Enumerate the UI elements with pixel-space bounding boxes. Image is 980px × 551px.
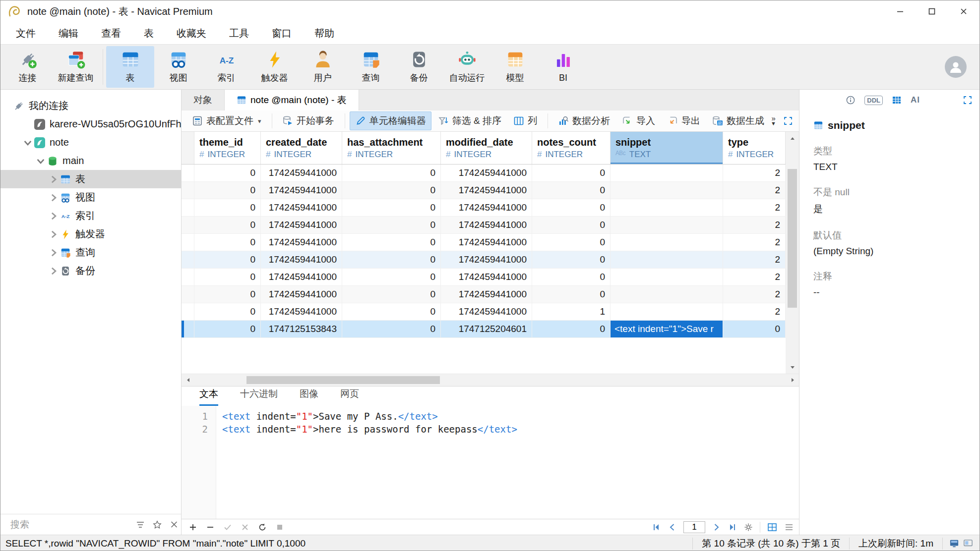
row-selector-cell[interactable]	[182, 303, 194, 320]
cell-snippet[interactable]	[611, 251, 723, 268]
toolbar-button-new-query[interactable]: 新建查询	[52, 46, 100, 88]
expand-panel-icon[interactable]	[963, 95, 973, 105]
user-avatar[interactable]	[945, 56, 967, 78]
toolbar-button-query[interactable]: 查询	[347, 46, 395, 88]
code-line[interactable]: <text indent="1">Save my P Ass.</text>	[222, 410, 799, 423]
chevron-down-icon[interactable]	[35, 156, 46, 166]
scroll-down-arrow[interactable]	[786, 360, 799, 374]
cell-has_attachment[interactable]: 0	[342, 251, 441, 268]
form-view-icon[interactable]	[784, 522, 794, 532]
cell-theme_id[interactable]: 0	[194, 217, 261, 233]
row-selector-cell[interactable]	[182, 286, 194, 303]
table-toolbar-transaction[interactable]: 开始事务	[277, 111, 340, 130]
minimize-button[interactable]	[884, 0, 916, 22]
menu-item-3[interactable]: 表	[132, 22, 165, 44]
cell-has_attachment[interactable]: 0	[342, 269, 441, 285]
cell-type[interactable]: 2	[723, 286, 786, 303]
cell-modified_date[interactable]: 1742459441000	[441, 286, 532, 303]
table-row[interactable]: 017424594410000174245944100002	[182, 217, 786, 234]
cell-theme_id[interactable]: 0	[194, 303, 261, 320]
cell-theme_id[interactable]: 0	[194, 321, 261, 337]
cell-has_attachment[interactable]: 0	[342, 321, 441, 337]
cell-type[interactable]: 2	[723, 217, 786, 233]
cell-has_attachment[interactable]: 0	[342, 286, 441, 303]
table-row[interactable]: 017424594410000174245944100002	[182, 269, 786, 286]
hscroll-track[interactable]	[195, 374, 786, 386]
add-record-icon[interactable]	[188, 523, 197, 532]
toolbar-button-trigger[interactable]: 触发器	[250, 46, 299, 88]
table-toolbar-filter-sort[interactable]: 筛选 & 排序	[432, 111, 507, 130]
editor-tab-0[interactable]: 文本	[199, 387, 218, 406]
row-selector-cell[interactable]	[182, 269, 194, 285]
toolbar-button-automation[interactable]: 自动运行	[443, 46, 491, 88]
table-row[interactable]: 017424594410000174245944100002	[182, 286, 786, 303]
cell-notes_count[interactable]: 1	[532, 303, 611, 320]
scroll-left-arrow[interactable]	[182, 374, 195, 386]
table-row[interactable]: 017424594410000174245944100002	[182, 182, 786, 199]
cell-snippet[interactable]	[611, 234, 723, 251]
cell-has_attachment[interactable]: 0	[342, 234, 441, 251]
cell-notes_count[interactable]: 0	[532, 217, 611, 233]
cell-notes_count[interactable]: 0	[532, 199, 611, 216]
sidebar-item-4[interactable]: 视图	[0, 188, 181, 207]
hscroll-thumb[interactable]	[246, 376, 440, 384]
cell-notes_count[interactable]: 0	[532, 165, 611, 181]
menu-item-7[interactable]: 帮助	[303, 22, 346, 44]
column-header-snippet[interactable]: snippetᴬᴮᶜTEXT	[611, 132, 723, 164]
ai-tab[interactable]: AI	[911, 95, 920, 105]
cell-type[interactable]: 2	[723, 251, 786, 268]
row-selector-cell[interactable]	[182, 251, 194, 268]
sidebar-item-7[interactable]: 查询	[0, 243, 181, 262]
cell-created_date[interactable]: 1742459441000	[261, 286, 342, 303]
next-page-icon[interactable]	[712, 523, 721, 532]
row-selector-cell[interactable]	[182, 234, 194, 251]
fullscreen-icon[interactable]	[783, 116, 793, 126]
cell-modified_date[interactable]: 1747125204601	[441, 321, 532, 337]
notification-panel-icon[interactable]	[964, 539, 973, 548]
refresh-icon[interactable]	[258, 523, 267, 532]
sidebar-item-0[interactable]: karere-WU5sa05rOG10UnfFh1xH	[0, 115, 181, 133]
table-toolbar-export[interactable]: 导出	[662, 111, 706, 130]
cell-has_attachment[interactable]: 0	[342, 303, 441, 320]
toolbar-button-az-index[interactable]: A-Z索引	[202, 46, 250, 88]
cell-snippet[interactable]	[611, 217, 723, 233]
chevron-down-icon[interactable]	[22, 137, 33, 148]
cell-created_date[interactable]: 1742459441000	[261, 269, 342, 285]
toolbar-button-model[interactable]: 模型	[491, 46, 539, 88]
cell-type[interactable]: 2	[723, 269, 786, 285]
toolbar-button-user[interactable]: 用户	[299, 46, 347, 88]
chevron-right-icon[interactable]	[48, 174, 59, 185]
cell-notes_count[interactable]: 0	[532, 234, 611, 251]
cell-notes_count[interactable]: 0	[532, 321, 611, 337]
row-selector-cell[interactable]	[182, 199, 194, 216]
cell-theme_id[interactable]: 0	[194, 286, 261, 303]
cell-modified_date[interactable]: 1742459441000	[441, 234, 532, 251]
prev-page-icon[interactable]	[668, 523, 676, 532]
stop-icon[interactable]	[275, 523, 284, 532]
menu-item-6[interactable]: 窗口	[260, 22, 303, 44]
row-selector-cell[interactable]	[182, 182, 194, 199]
cell-notes_count[interactable]: 0	[532, 251, 611, 268]
tab-1[interactable]: note @main (note) - 表	[224, 90, 359, 110]
table-toolbar-cell-editor[interactable]: 单元格编辑器	[350, 111, 431, 130]
cell-has_attachment[interactable]: 0	[342, 199, 441, 216]
cell-has_attachment[interactable]: 0	[342, 217, 441, 233]
cell-modified_date[interactable]: 1742459441000	[441, 269, 532, 285]
cell-modified_date[interactable]: 1742459441000	[441, 199, 532, 216]
cell-notes_count[interactable]: 0	[532, 269, 611, 285]
editor-tab-1[interactable]: 十六进制	[240, 387, 278, 406]
sidebar-item-5[interactable]: A-Z索引	[0, 207, 181, 225]
horizontal-scrollbar[interactable]	[182, 374, 799, 386]
cell-type[interactable]: 2	[723, 199, 786, 216]
favorites-star-icon[interactable]	[153, 520, 162, 529]
delete-record-icon[interactable]	[206, 523, 215, 532]
chevron-right-icon[interactable]	[48, 211, 59, 221]
last-page-icon[interactable]	[728, 523, 737, 532]
cell-editor-content[interactable]: 12 <text indent="1">Save my P Ass.</text…	[182, 406, 799, 519]
discard-icon[interactable]	[241, 523, 249, 532]
column-header-created_date[interactable]: created_date#INTEGER	[261, 132, 342, 164]
menu-item-4[interactable]: 收藏夹	[165, 22, 218, 44]
sidebar-item-2[interactable]: main	[0, 152, 181, 170]
table-row[interactable]: 017424594410000174245944100002	[182, 199, 786, 217]
cell-created_date[interactable]: 1742459441000	[261, 251, 342, 268]
